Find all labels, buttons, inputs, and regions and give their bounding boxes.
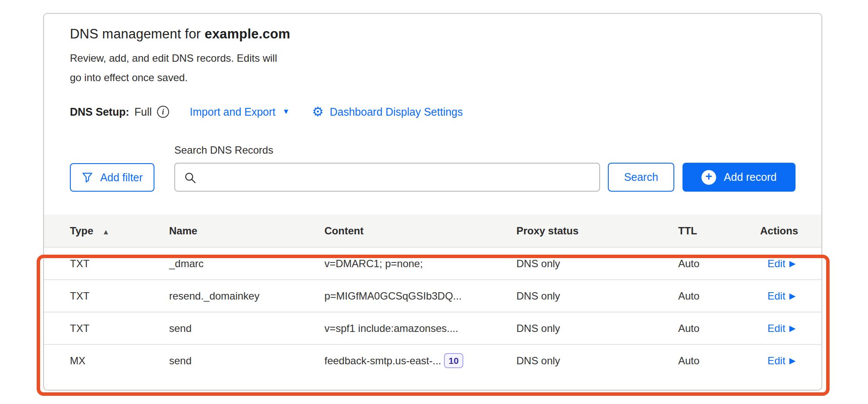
dns-setup-row: DNS Setup: Full i Import and Export ▼ ⚙ … (70, 105, 796, 118)
add-record-label: Add record (724, 171, 777, 183)
cell-proxy-status: DNS only (516, 322, 678, 335)
info-icon[interactable]: i (157, 106, 169, 118)
search-button[interactable]: Search (608, 163, 674, 192)
page-title-domain: example.com (204, 26, 290, 41)
cell-type: MX (70, 355, 169, 367)
edit-record-button[interactable]: Edit ▶ (767, 322, 796, 335)
import-export-label: Import and Export (190, 106, 276, 118)
plus-icon: + (701, 170, 716, 185)
dns-records-table: Type ▲ Name Content Proxy status TTL Act… (44, 215, 821, 376)
table-row: TXT send v=spf1 include:amazonses.... DN… (44, 312, 821, 344)
search-button-label: Search (624, 171, 658, 183)
column-header-actions: Actions (760, 225, 798, 237)
cell-ttl: Auto (678, 258, 760, 270)
cell-name: _dmarc (169, 258, 324, 270)
cell-type: TXT (70, 322, 169, 335)
chevron-right-icon: ▶ (789, 324, 796, 332)
column-header-name[interactable]: Name (169, 225, 324, 237)
chevron-right-icon: ▶ (789, 292, 796, 300)
edit-record-button[interactable]: Edit ▶ (767, 258, 796, 270)
chevron-down-icon: ▼ (283, 107, 290, 116)
cell-type: TXT (70, 290, 169, 302)
table-header-row: Type ▲ Name Content Proxy status TTL Act… (44, 215, 821, 247)
search-input[interactable] (175, 164, 599, 191)
cell-content: feedback-smtp.us-east-... 10 (324, 353, 516, 368)
cell-ttl: Auto (678, 322, 760, 335)
page-subtitle: Review, add, and edit DNS records. Edits… (70, 48, 796, 87)
cell-name: resend._domainkey (169, 290, 324, 302)
dashboard-display-settings-label: Dashboard Display Settings (330, 106, 463, 118)
cell-type: TXT (70, 258, 169, 270)
cell-name: send (169, 322, 324, 335)
page-title-prefix: DNS management for (70, 26, 204, 41)
cell-content: v=DMARC1; p=none; (324, 258, 516, 270)
dns-setup-value: Full (135, 106, 152, 118)
search-box (174, 163, 600, 192)
dns-controls-row: Add filter Search DNS Records Search + A… (70, 144, 796, 192)
gear-icon: ⚙ (312, 105, 324, 118)
import-export-link[interactable]: Import and Export ▼ (190, 106, 290, 118)
search-group: Search DNS Records (174, 144, 600, 192)
cell-ttl: Auto (678, 290, 760, 302)
table-row: MX send feedback-smtp.us-east-... 10 DNS… (44, 344, 821, 376)
cell-proxy-status: DNS only (516, 355, 678, 367)
cell-content: v=spf1 include:amazonses.... (324, 322, 516, 335)
add-record-button[interactable]: + Add record (682, 163, 796, 192)
sort-ascending-icon: ▲ (102, 228, 110, 236)
search-icon (184, 171, 197, 184)
chevron-right-icon: ▶ (789, 357, 796, 365)
table-row: TXT resend._domainkey p=MIGfMA0GCSqGSIb3… (44, 279, 821, 312)
mx-priority-badge: 10 (444, 353, 463, 368)
cell-ttl: Auto (678, 355, 760, 367)
dashboard-display-settings-link[interactable]: ⚙ Dashboard Display Settings (312, 105, 462, 118)
subtitle-line-2: go into effect once saved. (70, 68, 796, 87)
column-header-proxy-status[interactable]: Proxy status (516, 225, 678, 237)
cell-proxy-status: DNS only (516, 290, 678, 302)
filter-funnel-icon (82, 172, 93, 183)
subtitle-line-1: Review, add, and edit DNS records. Edits… (70, 48, 796, 68)
table-row: TXT _dmarc v=DMARC1; p=none; DNS only Au… (44, 247, 821, 279)
search-field-label: Search DNS Records (174, 144, 600, 156)
edit-record-button[interactable]: Edit ▶ (767, 290, 796, 302)
cell-content: p=MIGfMA0GCSqGSIb3DQ... (324, 290, 516, 302)
column-header-content[interactable]: Content (324, 225, 516, 237)
column-header-type[interactable]: Type ▲ (70, 225, 169, 237)
cell-proxy-status: DNS only (516, 258, 678, 270)
add-filter-button[interactable]: Add filter (70, 163, 154, 192)
dns-management-card: DNS management for example.com Review, a… (43, 13, 822, 391)
page-title: DNS management for example.com (70, 25, 796, 43)
edit-record-button[interactable]: Edit ▶ (767, 355, 796, 367)
add-filter-label: Add filter (100, 171, 143, 184)
column-header-ttl[interactable]: TTL (678, 225, 760, 237)
chevron-right-icon: ▶ (789, 259, 796, 268)
cell-name: send (169, 355, 324, 367)
dns-setup-label: DNS Setup: (70, 106, 129, 118)
